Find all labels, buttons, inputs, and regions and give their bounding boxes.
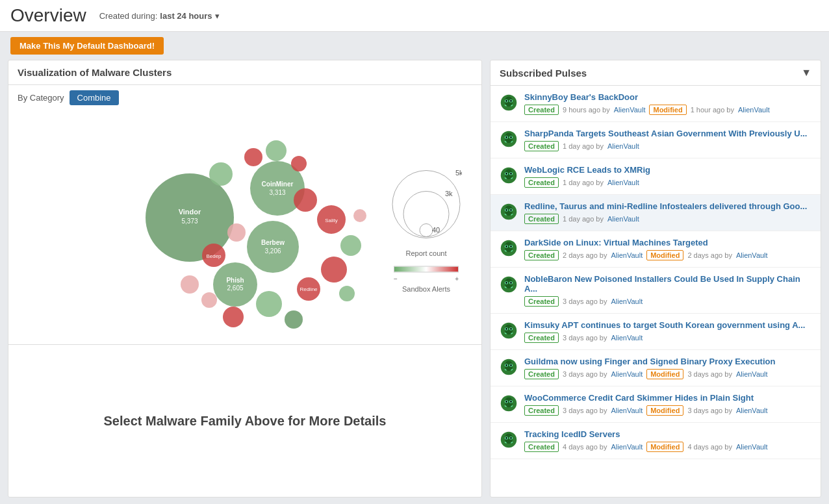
author-link-2[interactable]: AlienVault	[736, 443, 768, 451]
modified-badge: Modified	[646, 250, 683, 260]
svg-point-22	[227, 223, 246, 242]
svg-point-44	[510, 100, 512, 102]
created-badge: Created	[524, 369, 559, 379]
svg-text:3,206: 3,206	[264, 247, 281, 255]
select-message-area: Select Malware Family Above for More Det…	[8, 344, 481, 497]
author-link[interactable]: AlienVault	[611, 370, 643, 378]
pulse-title[interactable]: WooCommerce Credit Card Skimmer Hides in…	[524, 393, 811, 403]
author-link[interactable]: AlienVault	[611, 334, 643, 342]
plus-label: +	[455, 275, 459, 283]
chevron-down-icon: ▾	[215, 11, 220, 21]
by-category-label: By Category	[18, 93, 64, 103]
svg-point-52	[510, 136, 512, 138]
pulse-meta: Created 3 days ago by AlienVault Modifie…	[524, 405, 811, 416]
pulse-content: Redline, Taurus and mini-Redline Infoste…	[524, 201, 811, 224]
author-link[interactable]: AlienVault	[614, 106, 646, 114]
svg-point-116	[510, 437, 512, 439]
pulse-item[interactable]: NobleBaron New Poisoned Installers Could…	[491, 268, 821, 314]
sandbox-alerts-label: Sandbox Alerts	[402, 285, 450, 293]
svg-point-26	[285, 310, 303, 329]
select-message-text: Select Malware Family Above for More Det…	[104, 414, 387, 429]
svg-text:5,373: 5,373	[181, 218, 198, 225]
svg-text:5k: 5k	[455, 169, 462, 177]
svg-text:Berbew: Berbew	[261, 239, 285, 246]
pulse-content: Tracking IcedID Servers Created 4 days a…	[524, 429, 811, 452]
created-badge: Created	[524, 405, 559, 416]
svg-point-43	[505, 100, 507, 102]
pulse-item[interactable]: Redline, Taurus and mini-Redline Infoste…	[491, 195, 821, 231]
left-panel: Visualization of Malware Clusters By Cat…	[8, 60, 482, 498]
svg-text:CoinMiner: CoinMiner	[262, 181, 294, 188]
pulse-title[interactable]: SkinnyBoy Bear's BackDoor	[524, 92, 811, 102]
pulse-content: WooCommerce Credit Card Skimmer Hides in…	[524, 393, 811, 416]
alien-icon	[500, 239, 518, 257]
pulse-item[interactable]: DarkSide on Linux: Virtual Machines Targ…	[491, 231, 821, 268]
svg-point-33	[392, 171, 460, 238]
pulse-title[interactable]: SharpPanda Targets Southeast Asian Gover…	[524, 129, 811, 138]
alien-icon	[500, 275, 518, 294]
svg-point-75	[505, 246, 507, 247]
svg-point-67	[505, 209, 507, 211]
svg-point-29	[353, 209, 366, 222]
author-link-2[interactable]: AlienVault	[736, 407, 768, 414]
author-link[interactable]: AlienVault	[611, 407, 643, 414]
pulse-title[interactable]: Guildma now using Finger and Signed Bina…	[524, 357, 811, 366]
pulse-item[interactable]: Guildma now using Finger and Signed Bina…	[491, 350, 821, 386]
svg-text:Sality: Sality	[325, 218, 338, 223]
svg-text:Phish: Phish	[226, 277, 244, 284]
author-link[interactable]: AlienVault	[607, 215, 639, 223]
author-link-2[interactable]: AlienVault	[738, 106, 770, 114]
modified-badge: Modified	[646, 369, 683, 379]
pulse-item[interactable]: WebLogic RCE Leads to XMRig Created 1 da…	[491, 158, 821, 195]
svg-point-115	[505, 437, 507, 439]
pulse-title[interactable]: Redline, Taurus and mini-Redline Infoste…	[524, 201, 811, 211]
pulse-title[interactable]: Kimsuky APT continues to target South Ko…	[524, 320, 811, 330]
svg-point-20	[291, 156, 307, 171]
page-title: Overview	[10, 5, 86, 26]
bubble-chart[interactable]: Vindor 5,373 CoinMiner 3,313 Berbew 3,20…	[105, 117, 385, 338]
svg-point-35	[403, 192, 449, 237]
pulse-title[interactable]: NobleBaron New Poisoned Installers Could…	[524, 274, 811, 294]
alien-icon	[500, 130, 518, 148]
svg-point-21	[209, 162, 233, 186]
author-link[interactable]: AlienVault	[611, 297, 643, 305]
author-link[interactable]: AlienVault	[611, 251, 643, 259]
svg-point-84	[510, 282, 512, 284]
default-dashboard-button[interactable]: Make This My Default Dashboard!	[10, 37, 164, 55]
pulse-content: WebLogic RCE Leads to XMRig Created 1 da…	[524, 165, 811, 188]
created-badge: Created	[524, 296, 559, 307]
svg-point-99	[505, 364, 507, 366]
alien-icon	[500, 321, 518, 340]
pulse-meta: Created 3 days ago by AlienVault	[524, 296, 811, 307]
alien-icon	[500, 166, 518, 184]
author-link[interactable]: AlienVault	[611, 443, 643, 451]
pulse-title[interactable]: DarkSide on Linux: Virtual Machines Targ…	[524, 238, 811, 247]
author-link[interactable]: AlienVault	[607, 142, 639, 150]
pulse-item[interactable]: SharpPanda Targets Southeast Asian Gover…	[491, 122, 821, 158]
pulse-title[interactable]: Tracking IcedID Servers	[524, 429, 811, 439]
pulse-item[interactable]: Kimsuky APT continues to target South Ko…	[491, 314, 821, 350]
svg-point-28	[181, 275, 199, 294]
pulse-title[interactable]: WebLogic RCE Leads to XMRig	[524, 165, 811, 175]
author-link-2[interactable]: AlienVault	[736, 251, 768, 259]
combine-button[interactable]: Combine	[70, 90, 119, 105]
svg-point-76	[510, 246, 512, 247]
svg-point-19	[266, 140, 287, 161]
pulse-meta: Created 4 days ago by AlienVault Modifie…	[524, 442, 811, 452]
pulse-content: Guildma now using Finger and Signed Bina…	[524, 357, 811, 379]
svg-point-30	[339, 286, 355, 301]
pulse-meta: Created 1 day ago by AlienVault	[524, 177, 811, 188]
filter-icon[interactable]: ▼	[801, 67, 811, 79]
legend-area: 5k 3k 40 Report count − + Sandbox Alerts	[390, 162, 462, 293]
pulse-meta: Created 2 days ago by AlienVault Modifie…	[524, 250, 811, 260]
created-badge: Created	[524, 105, 559, 115]
pulse-item[interactable]: SkinnyBoy Bear's BackDoor Created 9 hour…	[491, 86, 821, 122]
pulse-item[interactable]: WooCommerce Credit Card Skimmer Hides in…	[491, 386, 821, 423]
created-badge: Created	[524, 442, 559, 452]
author-link[interactable]: AlienVault	[607, 179, 639, 186]
created-during[interactable]: Created during: last 24 hours ▾	[99, 11, 220, 21]
created-badge: Created	[524, 250, 559, 260]
pulse-item[interactable]: Tracking IcedID Servers Created 4 days a…	[491, 423, 821, 459]
svg-point-68	[510, 209, 512, 211]
author-link-2[interactable]: AlienVault	[736, 370, 768, 378]
